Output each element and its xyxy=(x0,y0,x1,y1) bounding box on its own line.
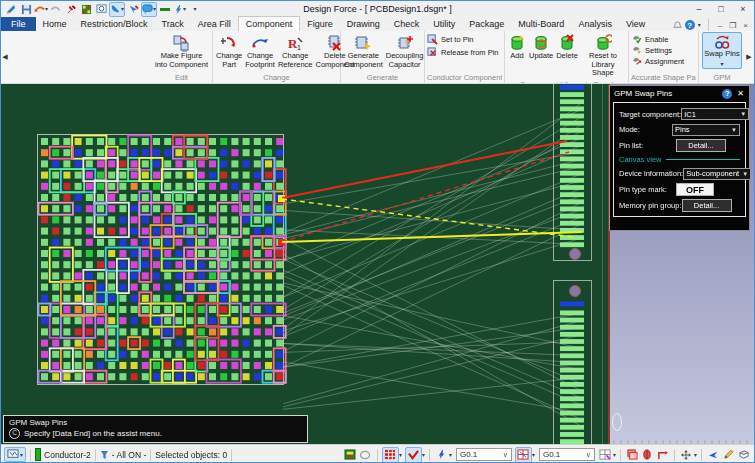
memory-pin-group-label: Memory pin group: xyxy=(619,201,682,210)
green-bar-icon[interactable] xyxy=(158,3,172,16)
pin-type-mark-label: Pin type mark: xyxy=(619,185,667,194)
view-mode-button[interactable]: ▾ xyxy=(4,447,26,462)
library-add-button[interactable]: Add xyxy=(507,32,527,62)
ribbon-scroll-left-icon[interactable]: ◀ xyxy=(1,31,9,83)
minimize-button[interactable]: – xyxy=(688,2,710,17)
tab-figure[interactable]: Figure xyxy=(300,17,340,31)
chevron-down-icon[interactable]: ▾ xyxy=(449,452,452,458)
tab-track[interactable]: Track xyxy=(155,17,191,31)
pin-type-mark-toggle[interactable]: OFF xyxy=(676,183,714,196)
change-part-button[interactable]: Change Part xyxy=(215,32,243,70)
measure-icon[interactable]: ▾ xyxy=(109,2,125,17)
assist-instruction: Specify [Data End] on the assist menu. xyxy=(24,429,162,439)
board-icon[interactable] xyxy=(79,3,93,16)
online-check-icon[interactable] xyxy=(405,447,422,463)
dialog-close-icon[interactable]: ✕ xyxy=(736,89,745,98)
make-figure-into-component-button[interactable]: Make Figure into Component xyxy=(154,32,209,70)
help-caret-icon[interactable]: ▾ xyxy=(698,22,701,28)
tab-drawing[interactable]: Drawing xyxy=(340,17,387,31)
tab-home[interactable]: Home xyxy=(36,17,74,31)
target-component-label: Target component: xyxy=(619,110,681,119)
zoom-box-icon[interactable] xyxy=(94,3,108,16)
balloon-icon[interactable]: ▾ xyxy=(141,2,157,17)
chevron-down-icon[interactable]: ▾ xyxy=(694,452,697,458)
reset-to-library-shape-button[interactable]: Reset to Library Shape xyxy=(580,32,626,79)
filter-icon xyxy=(100,450,109,460)
target-component-select[interactable]: IC1 ▼ xyxy=(681,108,749,120)
move-arrow-icon[interactable] xyxy=(126,3,140,16)
customize-caret-icon[interactable]: ▾ xyxy=(188,3,202,16)
notification-icon[interactable] xyxy=(673,21,682,30)
grid-size-select-1[interactable]: G0.1 ∨ xyxy=(456,448,512,461)
swap-pins-button[interactable]: Swap Pins ▾ xyxy=(702,32,741,69)
active-layer-indicator[interactable]: Conductor-2 xyxy=(35,448,91,461)
device-information-select[interactable]: Sub-component ▼ xyxy=(683,168,751,180)
unpin-icon[interactable] xyxy=(64,3,78,16)
change-reference-button[interactable]: R1 Change Reference xyxy=(277,32,314,70)
close-button[interactable]: × xyxy=(732,2,754,17)
pencil-edit-icon[interactable] xyxy=(721,448,736,462)
component-outline-icon[interactable] xyxy=(640,448,655,462)
maximize-button[interactable]: □ xyxy=(710,2,732,17)
chevron-down-icon[interactable]: ▾ xyxy=(422,452,425,458)
release-from-pin-button[interactable]: Release from Pin xyxy=(427,47,499,58)
dialog-help-icon[interactable]: ? xyxy=(722,89,732,99)
pin-list-detail-button[interactable]: Detail... xyxy=(676,139,726,152)
dialog-titlebar[interactable]: GPM Swap Pins ? ✕ xyxy=(610,86,749,101)
tab-component[interactable]: Component xyxy=(238,16,301,31)
assignment-button[interactable]: Assignment xyxy=(631,56,684,66)
grid-size-select-2[interactable]: G0.1 ∨ xyxy=(539,448,595,461)
disabled-ellipse-icon[interactable] xyxy=(358,448,373,462)
corner-angle-icon[interactable] xyxy=(655,448,670,462)
settings-button[interactable]: Settings xyxy=(631,45,672,55)
change-footprint-button[interactable]: Change Footprint xyxy=(244,32,276,70)
tab-view[interactable]: View xyxy=(619,17,652,31)
design-force-window: ▾ ▾ ▾ ▾ ▾ Design Force - [ PCBDesign1.ds… xyxy=(0,0,755,463)
filter-status[interactable]: - All ON - xyxy=(100,450,146,460)
tab-multi-board[interactable]: Multi-Board xyxy=(511,17,571,31)
pan-move-icon[interactable] xyxy=(679,448,694,462)
set-to-pin-button[interactable]: Set to Pin xyxy=(427,34,474,45)
ribbon-scroll-right-icon[interactable]: ▶ xyxy=(745,31,753,83)
chevron-down-icon: ∨ xyxy=(586,451,591,459)
tab-check[interactable]: Check xyxy=(387,17,427,31)
mdi-minimize-icon[interactable]: – xyxy=(716,21,724,30)
tab-utility[interactable]: Utility xyxy=(426,17,462,31)
snap-grid-icon[interactable] xyxy=(598,448,613,462)
tab-analysis[interactable]: Analysis xyxy=(571,17,619,31)
layer-set-icon[interactable] xyxy=(343,448,358,462)
redo-icon[interactable] xyxy=(49,3,63,16)
design-canvas[interactable]: GPM Swap Pins C Specify [Data End] on th… xyxy=(1,84,755,444)
tab-restriction-block[interactable]: Restriction/Block xyxy=(74,17,155,31)
generate-component-button[interactable]: Generate Component xyxy=(343,32,384,70)
help-icon[interactable]: ? xyxy=(685,20,695,30)
tab-package[interactable]: Package xyxy=(462,17,511,31)
drc-toggle-icon[interactable] xyxy=(382,447,399,463)
realtime-lightning-icon[interactable] xyxy=(434,448,449,462)
mdi-close-icon[interactable]: × xyxy=(741,21,750,30)
chevron-down-icon: ∨ xyxy=(503,451,508,459)
undo-icon[interactable]: ▾ xyxy=(34,3,48,16)
library-update-button[interactable]: Update xyxy=(528,32,554,62)
sheets-icon[interactable] xyxy=(625,448,640,462)
chevron-down-icon[interactable]: ▾ xyxy=(613,452,616,458)
chevron-down-icon[interactable]: ▾ xyxy=(532,452,535,458)
tab-area-fill[interactable]: Area Fill xyxy=(191,17,238,31)
app-icon[interactable] xyxy=(4,3,18,16)
enable-button[interactable]: Enable xyxy=(631,34,668,44)
cursor-arrow-icon[interactable] xyxy=(706,448,721,462)
lightning-icon[interactable]: ▾ xyxy=(173,3,187,16)
chevron-down-icon[interactable]: ▾ xyxy=(399,452,402,458)
memory-pin-detail-button[interactable]: Detail... xyxy=(682,199,732,212)
save-icon[interactable] xyxy=(19,3,33,16)
grid-toggle-icon[interactable] xyxy=(515,447,532,463)
mode-select[interactable]: Pins ▼ xyxy=(672,124,740,136)
mdi-restore-icon[interactable]: ❒ xyxy=(727,21,738,30)
swap-pins-caret-icon: ▾ xyxy=(720,60,723,67)
assist-message-box: GPM Swap Pins C Specify [Data End] on th… xyxy=(3,415,308,443)
decoupling-capacitor-button[interactable]: Decoupling Capacitor xyxy=(385,32,425,70)
chevron-down-icon: ▼ xyxy=(731,127,737,133)
sheet-3d-icon[interactable] xyxy=(736,448,751,462)
tab-file[interactable]: File xyxy=(1,17,36,31)
library-delete-button[interactable]: Delete xyxy=(555,32,579,62)
